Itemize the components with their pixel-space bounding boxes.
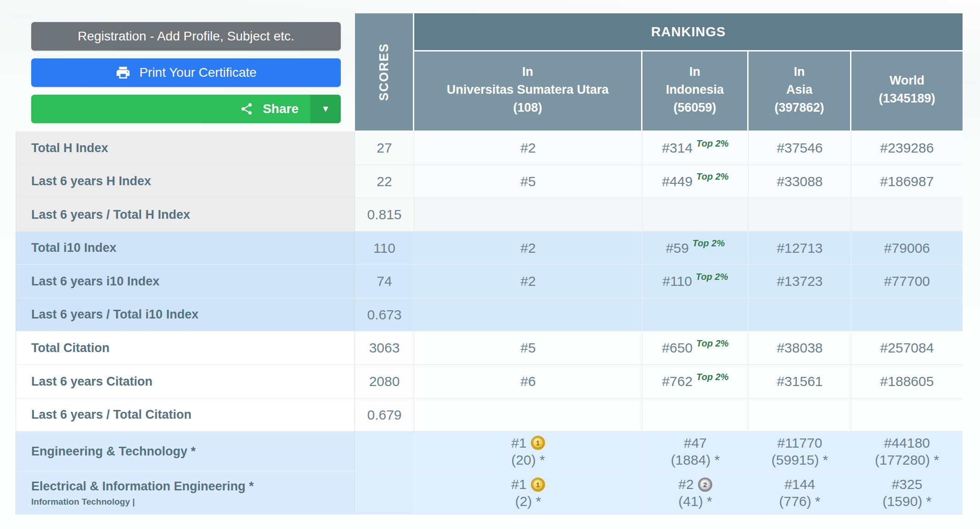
column-header-line: (397862) <box>774 99 824 117</box>
rank-cell: #650Top 2% <box>642 331 749 365</box>
top2-badge: Top 2% <box>696 171 728 182</box>
rank-cell: #22(41) * <box>642 472 749 515</box>
rank-value: #257084 <box>880 340 934 356</box>
rank-value: #59 <box>666 240 689 256</box>
score-cell: 22 <box>355 165 414 198</box>
row-label-total-h-index: Total H Index <box>16 131 355 165</box>
rank-cell: #110Top 2% <box>642 265 749 298</box>
row-label-last6-citation: Last 6 years Citation <box>16 365 355 398</box>
column-header-world: World (1345189) <box>851 51 963 131</box>
row-label-engineering-technology: Engineering & Technology * <box>16 432 355 472</box>
gold-medal-icon: 1 <box>531 478 545 492</box>
rank-cell: #11770(59915) * <box>749 432 851 472</box>
rank-subvalue: (59915) * <box>772 452 828 468</box>
score-cell: 0.679 <box>355 398 414 432</box>
column-header-university: In Universitas Sumatera Utara (108) <box>414 51 642 131</box>
rank-value: #79006 <box>884 240 930 256</box>
top2-badge: Top 2% <box>696 372 728 382</box>
rank-cell <box>749 398 851 432</box>
rank-cell: #13723 <box>749 265 851 298</box>
rank-cell: #188605 <box>851 365 963 398</box>
rank-cell: #5 <box>414 331 642 365</box>
rank-value: #650 <box>662 340 693 356</box>
rank-subvalue: (1884) * <box>671 452 720 468</box>
rank-cell: #5 <box>414 165 642 198</box>
rank-value: #5 <box>520 174 535 189</box>
scores-header-label: SCORES <box>377 43 391 101</box>
rank-subvalue: (20) * <box>511 452 545 468</box>
rank-value: #44180 <box>884 435 930 451</box>
rank-cell <box>749 298 851 331</box>
row-label-ratio-i10-index: Last 6 years / Total i10 Index <box>16 298 355 331</box>
rank-cell: #59Top 2% <box>642 232 749 265</box>
rank-cell: #239286 <box>851 131 963 165</box>
column-header-indonesia: In Indonesia (56059) <box>642 51 749 131</box>
silver-medal-icon: 2 <box>698 478 712 492</box>
column-header-line: In <box>522 63 533 81</box>
gold-medal-icon: 1 <box>531 436 545 450</box>
rank-value: #37546 <box>777 140 822 156</box>
top2-badge: Top 2% <box>696 138 728 149</box>
rank-cell: #47(1884) * <box>642 432 749 472</box>
rank-subvalue: (2) * <box>515 494 541 509</box>
row-label-electrical-information-engineering: Electrical & Information Engineering * I… <box>16 472 355 515</box>
column-header-line: In <box>689 63 700 81</box>
column-header-line: (56059) <box>673 99 716 117</box>
rank-value: #239286 <box>880 140 934 156</box>
rank-value: #47 <box>684 435 707 451</box>
rank-value: #2 <box>520 240 535 256</box>
column-header-line: (108) <box>513 99 542 117</box>
rank-cell: #186987 <box>851 165 963 198</box>
rank-cell <box>414 398 642 432</box>
column-header-line: World <box>890 72 924 90</box>
rankings-table: SCORES RANKINGS In Universitas Sumatera … <box>16 13 963 515</box>
rank-value: #13723 <box>777 273 822 289</box>
rank-value: #12713 <box>777 240 822 256</box>
rank-subvalue: (776) * <box>779 494 820 509</box>
rank-value: #31561 <box>777 374 822 389</box>
rank-cell: #449Top 2% <box>642 165 749 198</box>
rank-value: #186987 <box>880 174 934 189</box>
rank-value: #77700 <box>884 273 930 289</box>
rank-cell <box>414 298 642 331</box>
score-cell: 2080 <box>355 365 414 398</box>
column-header-line: In <box>794 63 805 81</box>
rank-cell: #762Top 2% <box>642 365 749 398</box>
score-cell: 74 <box>355 265 414 298</box>
rank-cell <box>851 198 963 232</box>
rank-cell <box>642 398 749 432</box>
rank-value: #1 <box>511 435 526 451</box>
rank-cell: #38038 <box>749 331 851 365</box>
rank-value: #2 <box>678 477 693 492</box>
row-label-text: Electrical & Information Engineering * <box>31 479 254 494</box>
rank-subvalue: (1590) * <box>883 494 932 509</box>
score-cell: 110 <box>355 232 414 265</box>
column-header-line: Indonesia <box>666 81 724 99</box>
rank-cell: #12713 <box>749 232 851 265</box>
rank-cell: #31561 <box>749 365 851 398</box>
rank-value: #762 <box>662 374 693 389</box>
rank-value: #33088 <box>777 174 822 189</box>
score-cell: 0.673 <box>355 298 414 331</box>
table-corner-spacer <box>16 13 355 131</box>
rank-value: #144 <box>784 477 815 492</box>
row-label-total-citation: Total Citation <box>16 331 355 365</box>
rank-cell: #257084 <box>851 331 963 365</box>
rank-cell <box>851 298 963 331</box>
row-label-ratio-h-index: Last 6 years / Total H Index <box>16 198 355 232</box>
column-header-asia: In Asia (397862) <box>749 51 851 131</box>
rank-cell: #325(1590) * <box>851 472 963 515</box>
rank-value: #2 <box>520 140 535 156</box>
rank-value: #2 <box>520 273 535 289</box>
score-cell: 3063 <box>355 331 414 365</box>
scores-column-header: SCORES <box>355 13 414 131</box>
rank-cell <box>414 198 642 232</box>
score-cell <box>355 472 414 515</box>
row-label-last6-h-index: Last 6 years H Index <box>16 165 355 198</box>
rank-cell: #37546 <box>749 131 851 165</box>
column-header-line: Universitas Sumatera Utara <box>447 81 609 99</box>
rank-cell <box>642 298 749 331</box>
top2-badge: Top 2% <box>696 338 728 349</box>
rank-cell: #44180(177280) * <box>851 432 963 472</box>
rank-value: #314 <box>662 140 693 156</box>
